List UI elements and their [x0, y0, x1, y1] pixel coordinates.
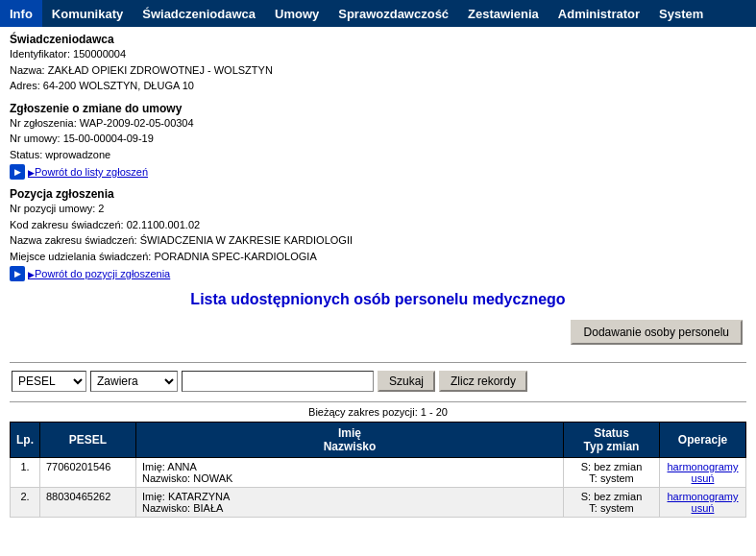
harmonogramy-link-2[interactable]: harmonogramy [666, 491, 740, 502]
count-button[interactable]: Zlicz rekordy [439, 371, 527, 392]
nav-zestawienia[interactable]: Zestawienia [458, 0, 549, 27]
pos-code: Kod zakresu świadczeń: 02.1100.001.02 [10, 217, 746, 233]
position-title: Pozycja zgłoszenia [10, 187, 746, 201]
imie-label-2: Imię: [142, 491, 165, 502]
provider-title: Świadczeniodawca [10, 33, 746, 46]
provider-address-label: Adres: [10, 80, 40, 91]
nazwisko-val-1: NOWAK [193, 472, 232, 484]
nav-sprawozdawczosc[interactable]: Sprawozdawczość [329, 0, 458, 27]
nav-system[interactable]: System [649, 0, 713, 27]
col-header-lp: Lp. [11, 423, 40, 458]
provider-section: Świadczeniodawca Identyfikator: 15000000… [10, 33, 746, 94]
app-back-link[interactable]: ▶ Powrót do listy zgłoszeń [10, 164, 746, 180]
nav-swiadczeniodawca[interactable]: Świadczeniodawca [133, 0, 265, 27]
provider-name-value: ZAKŁAD OPIEKI ZDROWOTNEJ - WOLSZTYN [48, 64, 273, 76]
provider-name-label: Nazwa: [10, 64, 45, 76]
status-1: S: bez zmian [570, 461, 653, 472]
col-header-pesel: PESEL [40, 423, 136, 458]
app-status: Status: wprowadzone [10, 147, 746, 163]
content-area: Świadczeniodawca Identyfikator: 15000000… [0, 27, 756, 523]
nazwisko-label-1: Nazwisko: [142, 472, 190, 484]
add-person-button[interactable]: Dodawanie osoby personelu [571, 320, 743, 345]
cell-name-2: Imię: KATARZYNA Nazwisko: BIAŁA [136, 488, 564, 518]
cell-lp-1: 1. [11, 458, 40, 488]
data-table: Lp. PESEL ImięNazwisko StatusTyp zmian O… [10, 422, 746, 518]
cell-pesel-2: 88030465262 [40, 488, 136, 518]
pos-place: Miejsce udzielania świadczeń: PORADNIA S… [10, 249, 746, 265]
cell-status-2: S: bez zmian T: system [564, 488, 660, 518]
divider-top [10, 362, 746, 363]
navbar: Info Komunikaty Świadczeniodawca Umowy S… [0, 0, 756, 27]
imie-val-2: KATARZYNA [168, 491, 230, 502]
range-text: Bieżący zakres pozycji: 1 - 20 [10, 406, 746, 418]
provider-id-val: 150000004 [73, 48, 126, 60]
pos-nr: Nr pozycji umowy: 2 [10, 201, 746, 217]
pos-back-anchor[interactable]: Powrót do pozycji zgłoszenia [28, 268, 170, 279]
col-header-ops: Operacje [660, 423, 746, 458]
nazwisko-val-2: BIAŁA [193, 502, 223, 514]
imie-val-1: ANNA [167, 461, 197, 472]
provider-id: Identyfikator: 150000004 [10, 46, 746, 62]
nav-komunikaty[interactable]: Komunikaty [42, 0, 133, 27]
usun-link-2[interactable]: usuń [666, 502, 740, 514]
imie-label-1: Imię: [142, 461, 165, 472]
cell-status-1: S: bez zmian T: system [564, 458, 660, 488]
position-section: Pozycja zgłoszenia Nr pozycji umowy: 2 K… [10, 187, 746, 281]
status-2: S: bez zmian [570, 491, 653, 502]
nav-info[interactable]: Info [0, 0, 42, 27]
search-condition-select[interactable]: Zawiera Równa się Zaczyna się [90, 371, 178, 392]
cell-name-1: Imię: ANNA Nazwisko: NOWAK [136, 458, 564, 488]
harmonogramy-link-1[interactable]: harmonogramy [666, 461, 740, 472]
nazwisko-label-2: Nazwisko: [142, 502, 190, 514]
cell-pesel-1: 77060201546 [40, 458, 136, 488]
col-header-status: StatusTyp zmian [564, 423, 660, 458]
application-title: Zgłoszenie o zmiane do umowy [10, 102, 746, 115]
application-section: Zgłoszenie o zmiane do umowy Nr zgłoszen… [10, 102, 746, 181]
cell-ops-2: harmonogramy usuń [660, 488, 746, 518]
nav-administrator[interactable]: Administrator [549, 0, 649, 27]
provider-name: Nazwa: ZAKŁAD OPIEKI ZDROWOTNEJ - WOLSZT… [10, 62, 746, 79]
back-arrow-icon: ▶ [10, 164, 25, 180]
typ-2: T: system [570, 502, 653, 514]
table-row: 2. 88030465262 Imię: KATARZYNA Nazwisko:… [11, 488, 746, 518]
provider-address-value: 64-200 WOLSZTYN, DŁUGA 10 [43, 80, 194, 91]
usun-link-1[interactable]: usuń [666, 472, 740, 484]
divider-bottom [10, 401, 746, 402]
pos-back-link[interactable]: ▶ Powrót do pozycji zgłoszenia [10, 266, 746, 281]
table-row: 1. 77060201546 Imię: ANNA Nazwisko: NOWA… [11, 458, 746, 488]
cell-lp-2: 2. [11, 488, 40, 518]
app-nr: Nr zgłoszenia: WAP-2009-02-05-00304 [10, 115, 746, 132]
pos-name: Nazwa zakresu świadczeń: ŚWIADCZENIA W Z… [10, 232, 746, 249]
main-title: Lista udostępnionych osób personelu medy… [10, 291, 746, 308]
col-header-name: ImięNazwisko [136, 423, 564, 458]
search-button[interactable]: Szukaj [378, 371, 435, 392]
app-back-anchor[interactable]: Powrót do listy zgłoszeń [28, 166, 148, 178]
provider-address: Adres: 64-200 WOLSZTYN, DŁUGA 10 [10, 78, 746, 94]
app-contract: Nr umowy: 15-00-00004-09-19 [10, 131, 746, 147]
typ-1: T: system [570, 472, 653, 484]
pos-back-arrow-icon: ▶ [10, 266, 25, 281]
nav-umowy[interactable]: Umowy [265, 0, 329, 27]
search-field-select[interactable]: PESEL Imię Nazwisko [12, 371, 86, 392]
search-input[interactable] [182, 371, 374, 392]
search-bar: PESEL Imię Nazwisko Zawiera Równa się Za… [10, 367, 746, 396]
cell-ops-1: harmonogramy usuń [660, 458, 746, 488]
provider-id-label: Identyfikator: [10, 48, 70, 60]
